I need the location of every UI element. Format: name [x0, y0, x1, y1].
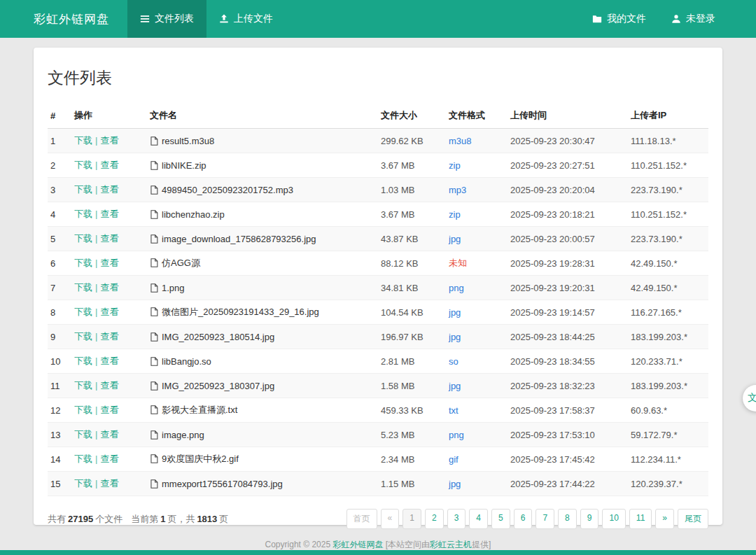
- action-separator: |: [95, 356, 97, 366]
- file-format-link[interactable]: gif: [449, 454, 458, 465]
- file-name-link[interactable]: 影视大全直播源.txt: [162, 405, 237, 415]
- action-separator: |: [95, 307, 97, 317]
- view-link[interactable]: 查看: [100, 454, 118, 464]
- page-button[interactable]: 尾页: [678, 509, 708, 529]
- view-link[interactable]: 查看: [100, 356, 118, 366]
- view-link[interactable]: 查看: [100, 405, 118, 415]
- file-name-link[interactable]: libNIKE.zip: [162, 160, 206, 171]
- page-button[interactable]: 6: [514, 509, 533, 529]
- download-link[interactable]: 下载: [74, 405, 92, 415]
- table-row: 4下载|查看libchenzhao.zip3.67 MBzip2025-09-2…: [48, 202, 708, 227]
- file-format-link[interactable]: png: [449, 430, 464, 440]
- file-name-link[interactable]: IMG_20250923_180307.jpg: [162, 381, 274, 391]
- file-name-link[interactable]: 仿AGG源: [162, 258, 200, 268]
- download-link[interactable]: 下载: [74, 331, 92, 342]
- page-button[interactable]: »: [655, 509, 674, 529]
- page-button[interactable]: 8: [558, 509, 577, 529]
- nav-item-my-files[interactable]: 我的文件: [580, 0, 659, 38]
- page-button[interactable]: 3: [447, 509, 466, 529]
- file-name-link[interactable]: mmexport1755617084793.jpg: [162, 479, 283, 489]
- table-row: 11下载|查看IMG_20250923_180307.jpg1.58 MBjpg…: [48, 374, 708, 398]
- table-row: 8下载|查看微信图片_20250923191433_29_16.jpg104.5…: [48, 300, 708, 325]
- file-name-link[interactable]: result5.m3u8: [162, 136, 214, 146]
- host-provider-link[interactable]: 彩虹云主机: [430, 540, 472, 549]
- row-filename: mmexport1755617084793.jpg: [147, 472, 378, 496]
- download-link[interactable]: 下载: [74, 209, 92, 219]
- nav-item-file-list[interactable]: 文件列表: [127, 0, 206, 38]
- view-link[interactable]: 查看: [100, 282, 118, 293]
- row-filename: image.png: [147, 423, 378, 447]
- download-link[interactable]: 下载: [74, 380, 92, 391]
- file-format-link[interactable]: jpg: [449, 234, 461, 244]
- file-format-link[interactable]: m3u8: [449, 136, 472, 146]
- page-button[interactable]: 2: [425, 509, 444, 529]
- nav-item-login-status[interactable]: 未登录: [659, 0, 728, 38]
- file-size: 3.67 MB: [378, 202, 446, 227]
- download-link[interactable]: 下载: [74, 454, 92, 464]
- page-button[interactable]: 11: [629, 509, 652, 529]
- file-name-link[interactable]: image_download_1758628793256.jpg: [162, 234, 316, 244]
- download-link[interactable]: 下载: [74, 135, 92, 146]
- view-link[interactable]: 查看: [100, 478, 118, 489]
- view-link[interactable]: 查看: [100, 135, 118, 146]
- file-format-link[interactable]: jpg: [449, 332, 461, 342]
- side-panel-toggle-label: 文: [748, 392, 756, 405]
- file-list-card: 文件列表 # 操作 文件名 文件大小 文件格式 上传时间 上传者IP 1下载|查…: [34, 48, 722, 525]
- view-link[interactable]: 查看: [100, 209, 118, 219]
- file-icon: [150, 479, 158, 489]
- file-format-link[interactable]: jpg: [449, 381, 461, 391]
- action-separator: |: [95, 380, 97, 391]
- file-format-link[interactable]: zip: [449, 160, 461, 171]
- view-link[interactable]: 查看: [100, 380, 118, 391]
- page-button[interactable]: 10: [602, 509, 625, 529]
- file-name-link[interactable]: 1.png: [162, 283, 185, 293]
- view-link[interactable]: 查看: [100, 429, 118, 440]
- copyright-text: Copyright © 2025: [265, 540, 333, 549]
- download-link[interactable]: 下载: [74, 258, 92, 268]
- download-link[interactable]: 下载: [74, 160, 92, 170]
- uploader-ip: 110.251.152.*: [628, 153, 708, 178]
- view-link[interactable]: 查看: [100, 331, 118, 342]
- list-icon: [140, 14, 150, 24]
- nav-item-upload[interactable]: 上传文件: [206, 0, 286, 38]
- site-home-link[interactable]: 彩虹外链网盘: [332, 540, 383, 549]
- page-button[interactable]: 9: [580, 509, 599, 529]
- view-link[interactable]: 查看: [100, 184, 118, 195]
- view-link[interactable]: 查看: [100, 258, 118, 268]
- file-format-link[interactable]: so: [449, 356, 458, 367]
- side-panel-toggle[interactable]: 文: [743, 385, 756, 412]
- file-format-link[interactable]: txt: [449, 405, 458, 416]
- file-name-link[interactable]: 9欢度国庆中秋2.gif: [162, 454, 239, 464]
- download-link[interactable]: 下载: [74, 282, 92, 293]
- download-link[interactable]: 下载: [74, 233, 92, 244]
- page-button[interactable]: 7: [536, 509, 554, 529]
- uploader-ip: 223.73.190.*: [628, 227, 708, 251]
- file-format-link[interactable]: zip: [449, 209, 461, 220]
- download-link[interactable]: 下载: [74, 429, 92, 440]
- view-link[interactable]: 查看: [100, 233, 118, 244]
- download-link[interactable]: 下载: [74, 307, 92, 317]
- file-name-link[interactable]: image.png: [162, 430, 204, 440]
- download-link[interactable]: 下载: [74, 478, 92, 489]
- action-separator: |: [95, 233, 97, 244]
- file-format-link[interactable]: jpg: [449, 479, 461, 489]
- view-link[interactable]: 查看: [100, 307, 118, 317]
- download-link[interactable]: 下载: [74, 356, 92, 366]
- file-format-link[interactable]: jpg: [449, 307, 461, 318]
- file-name-link[interactable]: 4989450_20250923201752.mp3: [162, 185, 293, 195]
- download-link[interactable]: 下载: [74, 184, 92, 195]
- row-index: 6: [48, 251, 71, 276]
- uploader-ip: 183.199.203.*: [628, 325, 708, 349]
- file-format-link[interactable]: png: [449, 283, 464, 293]
- row-filename: libNIKE.zip: [147, 153, 378, 178]
- file-name-link[interactable]: libBangjo.so: [162, 356, 211, 367]
- page-button[interactable]: 4: [469, 509, 488, 529]
- file-format-link[interactable]: mp3: [449, 185, 466, 195]
- page-button[interactable]: 5: [491, 509, 510, 529]
- file-name-link[interactable]: IMG_20250923_180514.jpg: [162, 332, 274, 342]
- file-size: 88.12 KB: [378, 251, 446, 276]
- file-name-link[interactable]: 微信图片_20250923191433_29_16.jpg: [162, 307, 319, 317]
- file-icon: [150, 332, 158, 342]
- view-link[interactable]: 查看: [100, 160, 118, 170]
- file-name-link[interactable]: libchenzhao.zip: [162, 209, 225, 220]
